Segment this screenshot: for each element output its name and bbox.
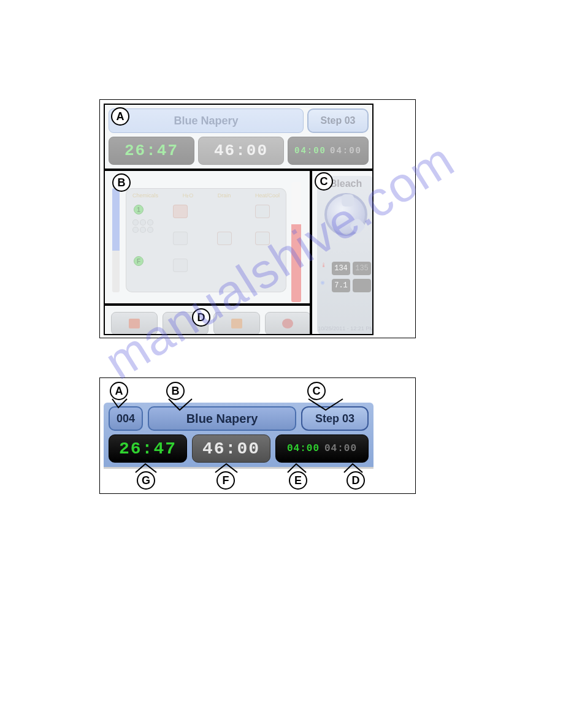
figure-1-container: Blue Napery Step 03 26:47 46:00 04:00 04… [99, 99, 416, 338]
callout-D: D [192, 308, 210, 327]
zone-C-outline [311, 170, 373, 335]
callout-F: F [216, 471, 235, 490]
callout-B: B [166, 382, 185, 400]
callout-A: A [111, 107, 129, 126]
callout-E: E [289, 471, 307, 490]
callout-A: A [110, 382, 128, 400]
callout-B: B [112, 173, 131, 192]
callout-G: G [137, 471, 155, 490]
zone-A-outline [104, 104, 373, 170]
callout-C: C [315, 172, 333, 191]
zone-B-outline [104, 170, 311, 305]
callout-C: C [307, 382, 326, 400]
figure-2-container: 004 Blue Napery Step 03 26:47 46:00 04:0… [99, 377, 416, 494]
callout-D: D [347, 471, 365, 490]
